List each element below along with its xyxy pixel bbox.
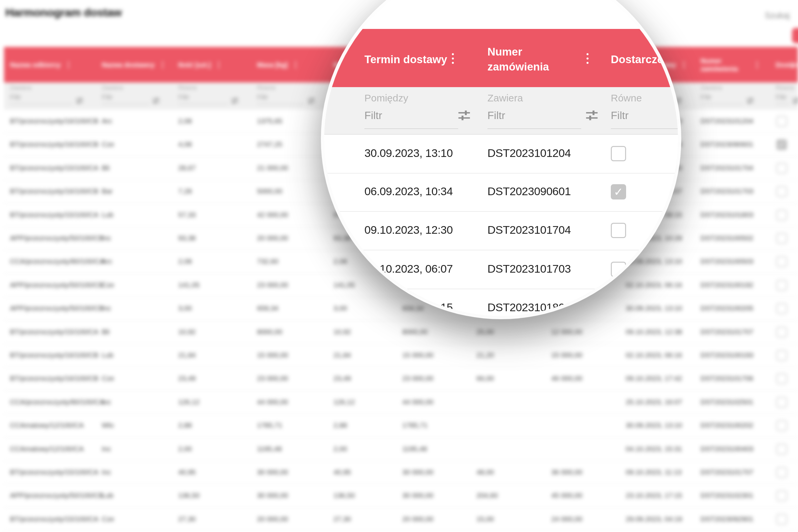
filter-settings-icon[interactable] xyxy=(745,96,755,106)
lens-delivered-checkbox[interactable] xyxy=(611,146,626,161)
filter-settings-icon[interactable] xyxy=(791,96,798,106)
table-cell: 2,00 xyxy=(334,445,347,453)
filter-input-underline xyxy=(257,104,304,104)
filter-cell[interactable]: RówneFiltr xyxy=(257,84,324,104)
lens-filter-settings-icon[interactable] xyxy=(457,108,472,123)
column-menu-icon[interactable] xyxy=(218,61,220,68)
filter-cell[interactable]: RówneFiltr xyxy=(178,84,247,104)
lens-delivered-checkbox[interactable]: ✓ xyxy=(611,184,626,200)
filter-settings-icon[interactable] xyxy=(75,96,84,106)
delivered-checkbox[interactable] xyxy=(776,491,787,501)
delivered-checkbox[interactable] xyxy=(776,350,787,361)
filter-settings-icon[interactable] xyxy=(151,96,161,106)
delivered-checkbox[interactable] xyxy=(776,444,787,455)
column-header[interactable]: Dostarczone xyxy=(776,47,798,82)
filter-operator-label: Równe xyxy=(776,84,798,92)
column-menu-icon[interactable] xyxy=(295,61,296,68)
column-header-label: Numer zamówienia xyxy=(701,57,749,73)
table-cell: DST2023102301 xyxy=(701,491,754,499)
lens-row-divider xyxy=(324,250,678,250)
table-cell: APP/przezroczysty/50/100/CB xyxy=(10,304,103,312)
table-cell: 30 000,00 xyxy=(257,468,288,476)
table-cell: 12 000,00 xyxy=(551,328,582,336)
table-cell: 1785,71 xyxy=(257,421,282,429)
lens-column-header[interactable]: Numer zamówienia xyxy=(488,44,549,74)
filter-operator-label: Zawiera xyxy=(10,84,92,92)
filter-settings-icon[interactable] xyxy=(306,96,316,106)
filter-cell[interactable]: ZawieraFiltr xyxy=(10,84,92,104)
column-header[interactable]: Ilość [szt.] xyxy=(178,47,247,82)
column-menu-icon[interactable] xyxy=(452,53,454,64)
delivered-checkbox[interactable] xyxy=(776,374,787,384)
lens-delivered-checkbox[interactable] xyxy=(611,223,626,238)
filter-cell[interactable]: ZawieraFiltr xyxy=(102,84,168,104)
table-cell: 15 000,00 xyxy=(551,351,582,359)
lens-filter-input[interactable]: Filtr xyxy=(611,109,628,122)
table-cell: 659,34 xyxy=(402,304,424,312)
table-cell: 126,12 xyxy=(178,398,200,406)
delivered-checkbox[interactable] xyxy=(776,303,787,314)
table-cell: DST2023101707 xyxy=(701,328,754,336)
table-cell: 732,60 xyxy=(257,258,278,265)
delivered-checkbox[interactable] xyxy=(776,233,787,244)
lens-filter-settings-icon[interactable] xyxy=(584,108,600,123)
table-cell: 28,67 xyxy=(178,164,196,172)
table-cell: 141,05 xyxy=(334,281,355,289)
filter-settings-icon[interactable] xyxy=(673,96,683,106)
column-menu-icon[interactable] xyxy=(757,61,758,68)
table-cell: Inc xyxy=(102,468,111,476)
lens-column-header[interactable]: Termin dostawy xyxy=(364,52,447,67)
filter-cell[interactable]: RówneFiltr xyxy=(776,84,798,104)
table-cell: Lub xyxy=(102,351,113,359)
column-menu-icon[interactable] xyxy=(792,61,793,68)
filter-input-underline xyxy=(10,104,73,104)
lens-order-cell: DST2023101704 xyxy=(488,224,571,236)
column-menu-icon[interactable] xyxy=(162,61,163,68)
lens-filter-input[interactable]: Filtr xyxy=(488,109,505,122)
column-header[interactable]: Numer zamówienia xyxy=(701,47,762,82)
table-cell: 136,50 xyxy=(178,491,200,499)
column-menu-icon[interactable] xyxy=(683,61,685,68)
column-menu-icon[interactable] xyxy=(68,61,69,68)
filter-cell[interactable]: ZawieraFiltr xyxy=(701,84,762,104)
table-cell: 24 000,00 xyxy=(551,515,582,523)
table-cell: 21,84 xyxy=(178,351,196,359)
delivered-checkbox[interactable] xyxy=(776,256,787,267)
lens-order-cell: DST2023090601 xyxy=(488,185,571,198)
delivered-checkbox[interactable] xyxy=(776,397,787,407)
table-cell: 20 000,00 xyxy=(257,234,288,242)
table-cell: Bli xyxy=(102,164,109,172)
row-divider xyxy=(4,367,798,367)
delivered-checkbox[interactable] xyxy=(776,327,787,338)
table-cell: 15 000,00 xyxy=(402,351,433,359)
delivered-checkbox[interactable] xyxy=(776,186,787,197)
delivered-checkbox[interactable] xyxy=(776,467,787,478)
column-menu-icon[interactable] xyxy=(587,53,589,64)
table-cell: 8000,00 xyxy=(257,328,282,336)
table-cell: BT/przezroczysty/15/100/CA xyxy=(10,328,98,336)
delivered-checkbox[interactable] xyxy=(776,514,787,525)
column-header[interactable]: Nazwa odbiorcy xyxy=(10,47,92,82)
column-header[interactable]: Nazwa dostawcy xyxy=(102,47,168,82)
table-cell: 02.10.2023, 06:16 xyxy=(626,351,682,359)
delivered-checkbox[interactable]: ✓ xyxy=(776,139,787,150)
column-header-label: Nazwa dostawcy xyxy=(102,61,155,69)
table-cell: 66,00 xyxy=(476,374,494,382)
delivered-checkbox[interactable] xyxy=(776,210,787,221)
delivered-checkbox[interactable] xyxy=(776,116,787,127)
table-cell: 20 000,00 xyxy=(402,515,433,523)
delivered-checkbox[interactable] xyxy=(776,280,787,291)
search-link[interactable]: Szukaj xyxy=(765,11,790,20)
table-cell: 46 000,00 xyxy=(551,374,582,382)
lens-date-cell: 06.09.2023, 10:34 xyxy=(364,185,453,198)
column-header[interactable]: Masa [kg] xyxy=(257,47,324,82)
delivered-checkbox[interactable] xyxy=(776,163,787,174)
table-cell: 2,08 xyxy=(178,258,192,265)
add-button[interactable] xyxy=(792,28,798,43)
filter-settings-icon[interactable] xyxy=(230,96,240,106)
delivered-checkbox[interactable] xyxy=(776,420,787,431)
table-cell: DST2023100502 xyxy=(701,234,754,242)
table-cell: 25,00 xyxy=(476,328,494,336)
lens-filter-input[interactable]: Filtr xyxy=(364,109,382,122)
filter-input-underline xyxy=(776,104,789,104)
